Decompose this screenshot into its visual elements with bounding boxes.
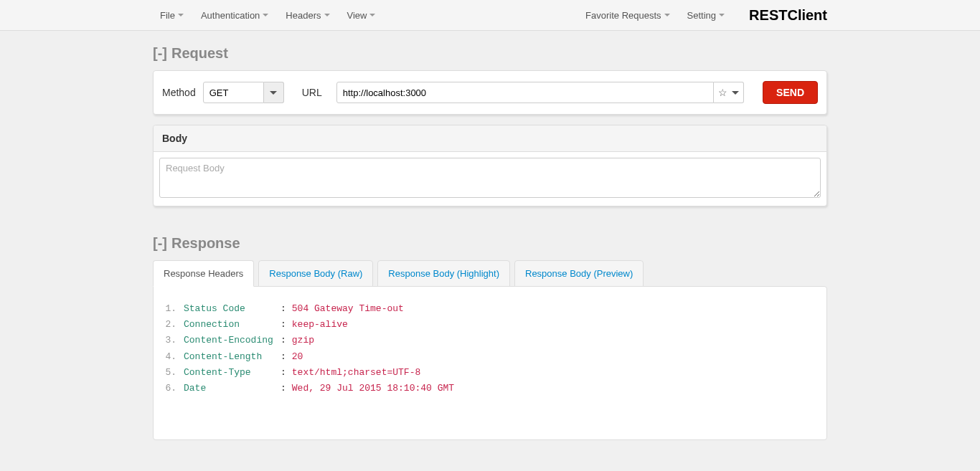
line-number: 3 (162, 334, 184, 347)
header-key: Content-Length (184, 351, 281, 363)
menu-label: Headers (286, 10, 321, 21)
response-content: 1 Status Code : 504 Gateway Time-out 2 C… (153, 286, 827, 440)
url-actions: ☆ (714, 82, 744, 103)
colon: : (281, 303, 292, 315)
method-label: Method (162, 87, 196, 98)
request-body-textarea[interactable] (159, 158, 821, 198)
header-value: 20 (292, 351, 303, 363)
chevron-down-icon (324, 14, 330, 16)
header-line: 3 Content-Encoding : gzip (162, 333, 818, 348)
line-number: 1 (162, 303, 184, 315)
menu-setting[interactable]: Setting (680, 4, 732, 27)
header-line: 6 Date : Wed, 29 Jul 2015 18:10:40 GMT (162, 381, 818, 396)
chevron-down-icon[interactable] (732, 91, 739, 95)
menu-favorite-requests[interactable]: Favorite Requests (578, 4, 677, 27)
method-input[interactable] (203, 82, 264, 103)
response-tabs: Response Headers Response Body (Raw) Res… (153, 260, 827, 287)
collapse-toggle[interactable]: [-] (153, 45, 167, 62)
header-key: Content-Encoding (184, 334, 281, 347)
header-value: keep-alive (292, 318, 348, 331)
menu-headers[interactable]: Headers (278, 4, 336, 27)
menu-label: Favorite Requests (585, 10, 661, 21)
line-number: 2 (162, 318, 184, 331)
header-line: 1 Status Code : 504 Gateway Time-out (162, 301, 818, 317)
header-value: Wed, 29 Jul 2015 18:10:40 GMT (292, 382, 454, 395)
header-value: text/html;charset=UTF-8 (292, 366, 420, 379)
chevron-down-icon (369, 14, 375, 16)
header-key: Content-Type (184, 366, 281, 379)
response-section-title: [-] Response (153, 235, 827, 252)
chevron-down-icon (664, 14, 670, 16)
menu-authentication[interactable]: Authentication (194, 4, 275, 27)
tab-response-body-preview[interactable]: Response Body (Preview) (514, 260, 644, 287)
menu-label: Authentication (201, 10, 260, 21)
method-dropdown-button[interactable] (264, 82, 284, 103)
colon: : (281, 318, 292, 331)
header-value: gzip (292, 334, 314, 347)
collapse-toggle[interactable]: [-] (153, 235, 167, 252)
chevron-down-icon (270, 91, 277, 95)
title-text: Request (171, 45, 228, 62)
menu-label: View (347, 10, 367, 21)
top-menu-bar: File Authentication Headers View Favorit… (0, 0, 980, 31)
colon: : (281, 351, 292, 363)
menu-label: Setting (687, 10, 716, 21)
method-select (203, 82, 284, 103)
header-line: 4 Content-Length : 20 (162, 349, 818, 365)
title-text: Response (171, 235, 240, 252)
colon: : (281, 334, 292, 347)
brand-title: RESTClient (749, 7, 827, 24)
request-section-title: [-] Request (153, 45, 827, 62)
body-panel: Body (153, 125, 827, 206)
chevron-down-icon (719, 14, 725, 16)
header-key: Status Code (184, 303, 281, 315)
main-container: [-] Request Method URL ☆ SEND Body (153, 45, 827, 462)
url-group: ☆ (336, 82, 744, 103)
send-button[interactable]: SEND (763, 81, 818, 104)
tab-response-body-highlight[interactable]: Response Body (Highlight) (377, 260, 510, 287)
tab-response-body-raw[interactable]: Response Body (Raw) (258, 260, 373, 287)
menu-right: Favorite Requests Setting RESTClient (578, 4, 827, 27)
line-number: 5 (162, 366, 184, 379)
menu-view[interactable]: View (340, 4, 383, 27)
header-line: 5 Content-Type : text/html;charset=UTF-8 (162, 365, 818, 381)
body-header: Body (154, 125, 826, 152)
colon: : (281, 382, 292, 395)
chevron-down-icon (263, 14, 268, 16)
menu-file[interactable]: File (153, 4, 191, 27)
tab-response-headers[interactable]: Response Headers (153, 260, 254, 287)
request-row: Method URL ☆ SEND (154, 71, 826, 114)
header-key: Date (184, 382, 281, 395)
menu-left: File Authentication Headers View (153, 4, 382, 27)
header-line: 2 Connection : keep-alive (162, 317, 818, 333)
line-number: 6 (162, 382, 184, 395)
star-icon[interactable]: ☆ (718, 87, 727, 98)
headers-list: 1 Status Code : 504 Gateway Time-out 2 C… (162, 301, 818, 396)
url-label: URL (302, 87, 322, 98)
request-panel: Method URL ☆ SEND (153, 70, 827, 115)
url-input[interactable] (336, 82, 714, 103)
colon: : (281, 366, 292, 379)
menu-label: File (160, 10, 175, 21)
chevron-down-icon (178, 14, 184, 16)
header-key: Connection (184, 318, 281, 331)
line-number: 4 (162, 351, 184, 363)
header-value: 504 Gateway Time-out (292, 303, 404, 315)
